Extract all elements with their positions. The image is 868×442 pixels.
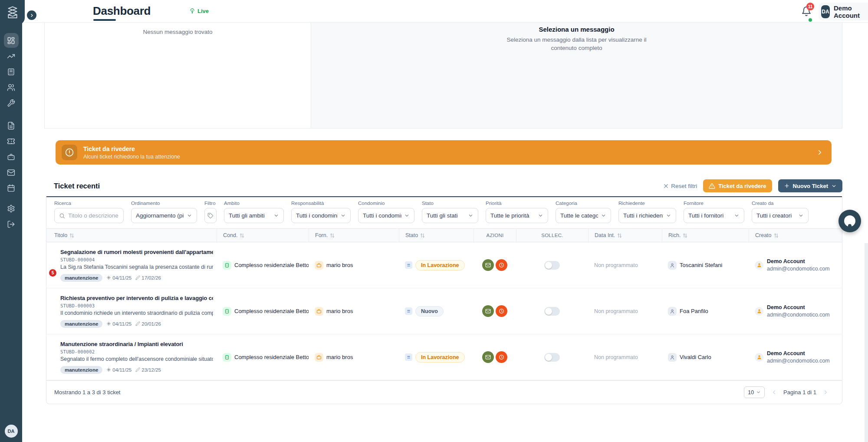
condominio-select[interactable]: Tutti i condomini: [358, 208, 414, 223]
creator-email: admin@condomotico.com: [767, 266, 830, 272]
column-header-titolo[interactable]: Titolo: [46, 229, 217, 242]
table-row[interactable]: Richiesta preventivo per intervento di p…: [46, 288, 842, 334]
column-header-creato[interactable]: Creato: [749, 229, 842, 242]
reminder-action-button[interactable]: [496, 351, 507, 363]
chevron-down-icon: [666, 213, 671, 218]
trending-up-icon: [7, 52, 15, 60]
title-underline: [93, 19, 116, 21]
sidebar-item-users[interactable]: [4, 80, 19, 95]
sparkle-icon: [106, 275, 111, 280]
sidebar-item-logout[interactable]: [4, 217, 19, 231]
medium-priority-icon: =: [405, 307, 412, 315]
reminder-toggle-cell: [516, 261, 588, 270]
ambito-select[interactable]: Tutti gli ambiti: [224, 208, 284, 223]
notification-count-badge: 11: [806, 3, 814, 10]
sort-icon: [330, 233, 335, 238]
sidebar-item-dashboard[interactable]: [4, 33, 19, 48]
priorita-select[interactable]: Tutte le priorità: [486, 208, 548, 223]
filter-responsabilita: Responsabilità Tutti i condomini: [291, 201, 351, 223]
column-header-azioni: AZIONI: [473, 229, 516, 242]
scrollbar[interactable]: [865, 243, 868, 442]
sidebar-item-calendar[interactable]: [4, 181, 19, 195]
priority-badge: 5: [49, 269, 56, 277]
responsabilita-select[interactable]: Tutti i condomini: [291, 208, 351, 223]
toolbox-icon: [7, 153, 15, 161]
condominium-name: Complesso residenziale Bettoni I: [234, 354, 309, 360]
intervention-date-cell: Non programmato: [588, 354, 662, 360]
empty-messages-text: Nessun messaggio trovato: [45, 29, 311, 35]
ticket-icon: [7, 137, 15, 145]
chevron-down-icon: [798, 213, 804, 218]
reminder-toggle[interactable]: [544, 353, 560, 362]
send-mail-action-button[interactable]: [482, 259, 494, 271]
sidebar-item-mail[interactable]: [4, 165, 19, 180]
column-header-cond[interactable]: Cond.: [217, 229, 309, 242]
sidebar-expand-button[interactable]: [27, 10, 36, 20]
richiedente-select[interactable]: Tutti i richiedenti: [618, 208, 676, 223]
new-ticket-button[interactable]: Nuovo Ticket: [778, 179, 842, 192]
actions-cell: [473, 305, 516, 317]
sidebar-item-suppliers[interactable]: [4, 149, 19, 164]
creato-da-select[interactable]: Tutti i creatori: [752, 208, 809, 223]
status-cell: = In Lavorazione: [399, 352, 473, 363]
sort-icon: [617, 233, 622, 238]
sidebar-item-settings[interactable]: [4, 201, 19, 216]
tickets-review-button[interactable]: Ticket da rivedere: [703, 179, 772, 192]
tickets-review-banner[interactable]: Ticket da rivedere Alcuni ticket richied…: [56, 140, 832, 165]
chevron-down-icon: [756, 390, 761, 395]
sidebar-item-documents[interactable]: [4, 118, 19, 133]
banner-subtitle: Alcuni ticket richiedono la tua attenzio…: [83, 154, 180, 160]
column-header-rich[interactable]: Rich.: [662, 229, 749, 242]
column-header-stato[interactable]: Stato: [399, 229, 473, 242]
sort-select[interactable]: Aggiornamento (più recente): [131, 208, 197, 223]
tickets-card: Ricerca Ordinamento Aggiornamento (più r…: [46, 196, 842, 404]
building-icon: [223, 353, 231, 362]
sidebar-item-condominiums[interactable]: [4, 64, 19, 79]
close-icon: [663, 183, 669, 189]
sparkle-icon: [106, 367, 111, 372]
app-logo[interactable]: [0, 0, 25, 25]
stato-select[interactable]: Tutti gli stati: [422, 208, 478, 223]
sidebar-item-trends[interactable]: [4, 49, 19, 63]
next-page-button[interactable]: [822, 389, 829, 396]
requester-name: Vivaldi Carlo: [680, 354, 711, 360]
search-input[interactable]: [68, 212, 119, 219]
reminder-toggle[interactable]: [544, 261, 560, 270]
sort-icon: [69, 233, 74, 238]
sidebar-item-tickets[interactable]: [4, 134, 19, 148]
previous-page-button[interactable]: [771, 389, 777, 396]
chat-widget-button[interactable]: [838, 210, 861, 232]
sidebar-user-avatar[interactable]: DA: [5, 425, 18, 438]
reminder-action-button[interactable]: [496, 259, 507, 271]
chevron-down-icon: [734, 213, 740, 218]
column-header-forn[interactable]: Forn.: [309, 229, 399, 242]
live-signal-icon: [189, 8, 195, 14]
calendar-icon: [7, 184, 15, 192]
person-icon: [668, 353, 677, 362]
created-date: 04/11/25: [106, 275, 132, 280]
notifications-button[interactable]: 11: [801, 6, 812, 17]
account-menu[interactable]: DA Demo Account: [819, 3, 868, 20]
categoria-select[interactable]: Tutte le categorie: [556, 208, 611, 223]
tag-filter-button[interactable]: [204, 208, 217, 223]
reminder-action-button[interactable]: [496, 305, 507, 317]
medium-priority-icon: =: [405, 353, 412, 361]
person-icon: [668, 307, 677, 316]
gear-icon: [7, 205, 15, 213]
table-row[interactable]: 5 Segnalazione di rumori molesti proveni…: [46, 242, 842, 288]
send-mail-action-button[interactable]: [482, 305, 494, 317]
reminder-toggle[interactable]: [544, 307, 560, 316]
dashboard-grid-icon: [7, 36, 15, 45]
column-header-data-int[interactable]: Data Int.: [588, 229, 662, 242]
table-row[interactable]: Manutenzione straordinaria / Impianti el…: [46, 334, 842, 380]
reset-filters-button[interactable]: Reset filtri: [663, 183, 697, 189]
filter-creato-da: Creato da Tutti i creatori: [752, 201, 809, 223]
search-icon: [59, 213, 65, 219]
sidebar-item-maintenance[interactable]: [4, 96, 19, 110]
page-size-select[interactable]: 10: [744, 386, 765, 398]
creator-cell: Demo Account admin@condomotico.com: [749, 350, 842, 364]
fornitore-select[interactable]: Tutti i fornitori: [684, 208, 744, 223]
intervention-date: Non programmato: [594, 354, 638, 360]
send-mail-action-button[interactable]: [482, 351, 494, 363]
alert-circle-icon: [62, 145, 77, 160]
